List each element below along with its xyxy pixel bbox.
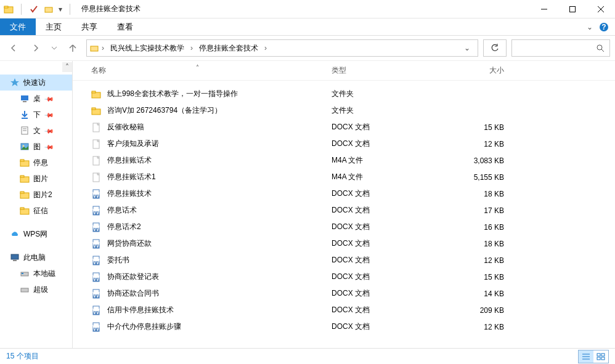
file-type: DOCX 文档 (332, 205, 442, 216)
breadcrumb-segment[interactable]: 停息挂账全套技术 (195, 42, 262, 55)
back-button[interactable] (5, 39, 22, 57)
qat-dropdown-icon[interactable]: ▾ (59, 5, 62, 14)
cloud-icon (10, 229, 20, 239)
sidebar-item[interactable]: 图片 (0, 171, 72, 187)
file-row[interactable]: W协商还款合同书DOCX 文档14 KB (73, 285, 615, 302)
file-name: 反催收秘籍 (107, 122, 144, 132)
help-icon[interactable]: ? (599, 22, 609, 32)
docx-icon: W (91, 222, 101, 232)
file-row[interactable]: W停息话术2DOCX 文档16 KB (73, 219, 615, 235)
column-header-name[interactable]: 名称 ˄ (73, 65, 332, 76)
ribbon-tab-share[interactable]: 共享 (71, 18, 107, 35)
refresh-button[interactable] (483, 39, 507, 57)
sidebar-item-label: 图 (33, 142, 41, 152)
up-button[interactable] (64, 39, 81, 57)
ribbon-tab-view[interactable]: 查看 (107, 18, 143, 35)
sidebar-item[interactable]: 图📌 (0, 139, 72, 155)
sidebar-item[interactable]: 文📌 (0, 123, 72, 139)
sidebar-item[interactable]: 下📌 (0, 107, 72, 123)
ribbon-collapse-icon[interactable]: ⌄ (587, 23, 593, 31)
sort-indicator-icon: ˄ (196, 64, 199, 71)
drive-icon (20, 269, 30, 278)
breadcrumb-segment[interactable]: 民兴线上实操技术教学 (107, 42, 188, 55)
sidebar-item[interactable]: 桌📌 (0, 91, 72, 107)
sidebar-item-label: 桌 (33, 94, 41, 104)
file-row[interactable]: 停息挂账话术1M4A 文件5,155 KB (73, 169, 615, 185)
forward-button[interactable] (27, 39, 44, 57)
column-header-size[interactable]: 大小 (442, 65, 516, 76)
sidebar-item[interactable]: 停息 (0, 155, 72, 171)
file-row[interactable]: W委托书DOCX 文档12 KB (73, 252, 615, 269)
file-row[interactable]: 线上998全套技术教学，一对一指导操作文件夹 (73, 86, 615, 102)
pin-icon: 📌 (44, 126, 54, 135)
ribbon-tab-file[interactable]: 文件 (0, 18, 36, 35)
file-row[interactable]: W停息话术DOCX 文档17 KB (73, 202, 615, 219)
scroll-up-icon[interactable]: ˄ (62, 62, 72, 72)
file-size: 15 KB (442, 273, 516, 281)
svg-text:W: W (92, 291, 100, 299)
sidebar-item-this-pc[interactable]: 此电脑 (0, 249, 72, 265)
chevron-right-icon[interactable]: › (100, 44, 105, 52)
svg-rect-36 (92, 108, 96, 110)
ribbon-tab-home[interactable]: 主页 (36, 18, 71, 35)
sidebar-item-super[interactable]: 超级 (0, 281, 72, 297)
file-size: 18 KB (442, 240, 516, 248)
svg-rect-2 (45, 7, 52, 12)
recent-dropdown[interactable] (49, 39, 59, 57)
svg-rect-13 (23, 101, 26, 102)
close-button[interactable] (587, 0, 615, 18)
file-type: 文件夹 (332, 105, 442, 116)
sidebar-item-label: 停息 (33, 158, 48, 168)
file-row[interactable]: 咨询V加 2672463794（备注学习）文件夹 (73, 102, 615, 119)
breadcrumb[interactable]: › 民兴线上实操技术教学 › 停息挂账全套技术 › ⌄ (86, 39, 478, 57)
blank-icon (91, 156, 101, 166)
file-row[interactable]: W停息挂账技术DOCX 文档18 KB (73, 185, 615, 202)
drive-icon (20, 285, 30, 294)
docx-icon: W (91, 305, 101, 315)
maximize-button[interactable] (558, 0, 587, 18)
sidebar-item-local-disk[interactable]: 本地磁 (0, 265, 72, 281)
breadcrumb-dropdown-icon[interactable]: ⌄ (459, 44, 475, 52)
file-name: 中介代办停息挂账步骤 (107, 322, 181, 332)
file-rows: 线上998全套技术教学，一对一指导操作文件夹咨询V加 2672463794（备注… (73, 81, 615, 348)
file-name: 停息话术 (107, 205, 137, 216)
file-row[interactable]: W网贷协商还款DOCX 文档18 KB (73, 235, 615, 252)
sidebar-item-quick-access[interactable]: 快速访 (0, 75, 72, 91)
svg-rect-32 (21, 288, 28, 292)
folder-small-icon[interactable] (44, 4, 54, 14)
column-header-type[interactable]: 类型 (332, 65, 442, 76)
file-size: 15 KB (442, 123, 516, 132)
separator (21, 4, 22, 15)
file-row[interactable]: 客户须知及承诺DOCX 文档12 KB (73, 135, 615, 152)
chevron-right-icon[interactable]: › (263, 44, 268, 52)
column-headers: 名称 ˄ 类型 大小 (73, 61, 615, 81)
file-row[interactable]: 停息挂账话术M4A 文件3,083 KB (73, 152, 615, 169)
file-type: DOCX 文档 (332, 272, 442, 282)
file-type: M4A 文件 (332, 155, 442, 166)
file-type: DOCX 文档 (332, 139, 442, 149)
sidebar-item-label: WPS网 (23, 229, 47, 240)
file-type: DOCX 文档 (332, 288, 442, 299)
docx-blank-icon (91, 139, 101, 149)
sidebar-item-wps[interactable]: WPS网 (0, 226, 72, 242)
minimize-button[interactable] (530, 0, 558, 18)
file-row[interactable]: 反催收秘籍DOCX 文档15 KB (73, 119, 615, 135)
file-name: 委托书 (107, 255, 129, 265)
search-box[interactable] (511, 39, 610, 57)
file-row[interactable]: W中介代办停息挂账步骤DOCX 文档12 KB (73, 318, 615, 335)
chevron-right-icon[interactable]: › (189, 44, 194, 52)
content-area: ˄ 快速访 桌📌下📌文📌图📌停息图片图片2征信 WPS网 此电脑 本地磁 (0, 60, 615, 348)
file-type: DOCX 文档 (332, 188, 442, 199)
navigation-toolbar: › 民兴线上实操技术教学 › 停息挂账全套技术 › ⌄ (0, 36, 615, 60)
svg-rect-4 (570, 6, 576, 12)
view-details-button[interactable] (579, 350, 593, 363)
file-row[interactable]: W信用卡停息挂账技术DOCX 文档209 KB (73, 302, 615, 318)
properties-icon[interactable] (29, 4, 39, 14)
sidebar-item[interactable]: 图片2 (0, 187, 72, 203)
file-size: 12 KB (442, 323, 516, 331)
view-thumbnails-button[interactable] (593, 350, 608, 363)
sidebar-item[interactable]: 征信 (0, 203, 72, 219)
folder-icon (91, 106, 101, 116)
svg-text:W: W (92, 191, 100, 199)
file-row[interactable]: W协商还款登记表DOCX 文档15 KB (73, 269, 615, 285)
